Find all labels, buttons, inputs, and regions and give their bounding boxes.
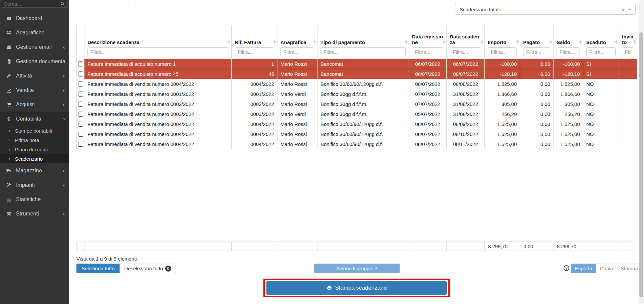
column-header-inviato[interactable]: Inviato	[619, 25, 637, 59]
column-header-anagrafica[interactable]: Anagrafica	[277, 25, 317, 59]
column-header-tipo-di-pagamento[interactable]: Tipo di pagamento	[317, 25, 409, 59]
table-row[interactable]: Fattura immediata di vendita numero 0004…	[77, 139, 637, 149]
sidebar-item-magazzino[interactable]: Magazzino‹	[0, 163, 69, 178]
sidebar-subitem-prima-nota[interactable]: ›Prima nota	[0, 135, 69, 145]
sidebar-item-vendite[interactable]: Vendite‹	[0, 83, 69, 97]
column-header-data-scadenza[interactable]: Data scadenza	[447, 25, 485, 59]
table-row[interactable]: Fattura immediata di vendita numero 0004…	[77, 79, 637, 89]
row-checkbox[interactable]	[78, 92, 83, 97]
scrollbar-track[interactable]	[639, 0, 644, 304]
filter-input-inviato[interactable]	[622, 47, 634, 56]
search-icon[interactable]	[60, 1, 65, 6]
sidebar-subitem-piano-dei-conti[interactable]: ›Piano dei conti	[0, 145, 69, 154]
select-all-button[interactable]: Seleziona tutto	[76, 264, 120, 273]
sidebar-item-anagrafiche[interactable]: Anagrafiche	[0, 25, 69, 40]
row-checkbox[interactable]	[78, 82, 83, 87]
sort-icons[interactable]	[633, 40, 636, 44]
filter-input-rif-fattura[interactable]	[235, 47, 274, 56]
sidebar-item-statistiche[interactable]: Statistiche	[0, 192, 69, 206]
table-row[interactable]: Fattura immediata di acquisto numero 454…	[77, 69, 637, 79]
sort-icons[interactable]	[579, 40, 582, 44]
cell-importo: 1.525,00	[485, 129, 520, 139]
filter-input-tipo-di-pagamento[interactable]	[320, 47, 406, 56]
row-checkbox[interactable]	[78, 122, 83, 127]
deselect-all-button[interactable]: Deseleziona tutto 0	[120, 264, 176, 273]
copy-button[interactable]: Copia	[596, 264, 617, 273]
sidebar-item-strumenti[interactable]: Strumenti‹	[0, 206, 69, 221]
row-checkbox[interactable]	[78, 132, 83, 137]
column-header-saldo[interactable]: Saldo	[554, 25, 583, 59]
row-checkbox[interactable]	[78, 102, 83, 107]
print-button[interactable]: Stampa	[617, 264, 642, 273]
cell-pagato: 0,00	[520, 89, 554, 99]
column-header-data-emissione[interactable]: Data emissione	[409, 25, 447, 59]
cell-checkbox	[77, 99, 84, 109]
app-window: DashboardAnagraficheGestione email‹Gesti…	[0, 0, 644, 304]
cell-inviato	[619, 99, 637, 109]
sort-icons[interactable]	[313, 40, 316, 44]
sort-icons[interactable]	[615, 40, 618, 44]
table-row[interactable]: Fattura immediata di vendita numero 0004…	[77, 129, 637, 139]
filter-input-scaduto[interactable]	[586, 47, 616, 56]
sort-icons[interactable]	[273, 40, 276, 44]
cell-checkbox	[77, 59, 84, 69]
row-checkbox[interactable]	[78, 71, 83, 77]
column-header-importo[interactable]: Importo	[485, 25, 520, 59]
cell-checkbox	[77, 109, 84, 119]
cell-emissione: 08/07/2022	[409, 79, 447, 89]
total-rif	[232, 242, 277, 251]
sort-icons[interactable]	[443, 40, 445, 44]
totals-row: 8.299,700,008.299,70	[77, 242, 637, 251]
column-header-rif-fattura[interactable]: Rif. Fattura	[232, 25, 277, 59]
cell-inviato	[619, 119, 637, 129]
column-header-pagato[interactable]: Pagato	[520, 25, 554, 59]
help-icon[interactable]: ?	[564, 265, 569, 271]
scrollbar-thumb[interactable]	[639, 32, 643, 297]
clear-selection-icon[interactable]: ×	[618, 7, 628, 12]
filter-input-data-scadenza[interactable]	[450, 47, 481, 56]
filter-input-anagrafica[interactable]	[280, 47, 314, 56]
export-button[interactable]: Esporta	[571, 264, 596, 273]
table-row[interactable]: Fattura immediata di vendita numero 0003…	[77, 109, 637, 119]
sidebar-item-impianti[interactable]: Impianti‹	[0, 178, 69, 192]
column-header-descrizione-scadenza[interactable]: Descrizione scadenza	[84, 25, 232, 59]
filter-input-importo[interactable]	[488, 47, 517, 56]
group-actions-button[interactable]: Azioni di gruppo	[314, 264, 400, 273]
cell-checkbox	[77, 69, 84, 79]
filter-input-descrizione-scadenza[interactable]	[87, 47, 228, 56]
table-row[interactable]: Fattura immediata di acquisto numero 11M…	[77, 59, 637, 69]
annotation-highlight-box: Stampa scadenzario	[263, 279, 450, 297]
table-row[interactable]: Fattura immediata di vendita numero 0002…	[77, 99, 637, 109]
cell-descrizione: Fattura immediata di vendita numero 0003…	[84, 109, 232, 119]
filter-input-pagato[interactable]	[523, 47, 550, 56]
filter-input-data-emissione[interactable]	[412, 47, 443, 56]
sidebar-item-gestione-email[interactable]: Gestione email‹	[0, 40, 69, 54]
sort-icons[interactable]	[481, 40, 483, 44]
sidebar-subitem-scadenzario[interactable]: ›Scadenzario	[0, 154, 69, 163]
sidebar-item-attivit[interactable]: Attività‹	[0, 68, 69, 83]
row-checkbox[interactable]	[78, 61, 83, 66]
sidebar-subitem-stampe-contabili[interactable]: ›Stampe contabili	[0, 126, 69, 135]
cell-pagato: 0,00	[520, 109, 554, 119]
row-checkbox[interactable]	[78, 112, 83, 117]
table-row[interactable]: Fattura immediata di vendita numero 0001…	[77, 89, 637, 99]
column-header-scaduto[interactable]: Scaduto	[583, 25, 619, 59]
sidebar-item-gestione-documentale[interactable]: Gestione documentale	[0, 54, 69, 68]
sidebar-item-dashboard[interactable]: Dashboard	[0, 11, 69, 25]
sort-icons[interactable]	[228, 40, 230, 44]
print-schedule-button[interactable]: Stampa scadenzario	[266, 281, 447, 295]
table-row[interactable]: Fattura immediata di vendita numero 0004…	[77, 119, 637, 129]
filter-input-saldo[interactable]	[557, 47, 580, 56]
sort-icons[interactable]	[516, 40, 519, 44]
chevron-down-icon[interactable]	[628, 9, 631, 10]
report-type-select[interactable]: Scadenzario totale ×	[455, 4, 636, 15]
sidebar-item-label: Gestione email	[16, 44, 63, 50]
sidebar-search-input[interactable]	[1, 1, 60, 7]
row-checkbox[interactable]	[78, 142, 83, 147]
column-label: Rif. Fattura	[235, 39, 274, 45]
sort-icons[interactable]	[550, 40, 552, 44]
sidebar-item-contabilit[interactable]: €Contabilità‹	[0, 112, 69, 126]
sidebar-item-acquisti[interactable]: Acquisti‹	[0, 97, 69, 112]
sort-icons[interactable]	[405, 40, 408, 44]
cell-tipo: Bonifico 30gg d.f.f.m.	[317, 89, 409, 99]
